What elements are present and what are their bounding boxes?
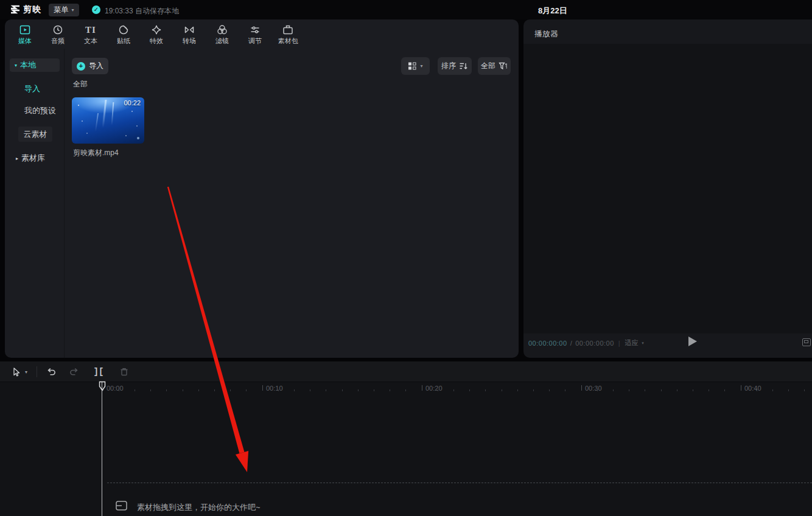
ruler-tick bbox=[358, 389, 359, 391]
tab-label: 媒体 bbox=[18, 38, 32, 44]
redo-button[interactable] bbox=[68, 366, 80, 378]
app-title: 剪映 bbox=[23, 4, 41, 15]
ruler-label: 00:10 bbox=[266, 385, 283, 392]
sidebar-label: 素材库 bbox=[21, 153, 45, 164]
asset-tabbar: 媒体 音频 TI 文本 贴纸 特效 bbox=[9, 19, 304, 49]
ruler-tick bbox=[198, 389, 199, 391]
import-label: 导入 bbox=[89, 61, 103, 71]
filter-label: 全部 bbox=[481, 61, 495, 71]
play-button[interactable] bbox=[688, 336, 697, 346]
ruler-tick bbox=[613, 389, 614, 391]
player-viewport bbox=[523, 44, 812, 333]
chevron-down-icon: ▾ bbox=[71, 7, 74, 13]
delete-button[interactable] bbox=[118, 366, 130, 378]
ruler-tick bbox=[278, 389, 279, 391]
ruler-tick bbox=[645, 389, 645, 391]
ruler-tick bbox=[230, 389, 231, 391]
split-button[interactable]: ][ bbox=[93, 366, 105, 378]
tab-label: 贴纸 bbox=[117, 38, 130, 44]
ruler-tick bbox=[661, 389, 662, 391]
tab-label: 特效 bbox=[150, 38, 163, 44]
fit-mode-dropdown[interactable]: 适应 bbox=[625, 338, 639, 347]
tab-effects[interactable]: 特效 bbox=[140, 19, 173, 49]
tab-label: 文本 bbox=[84, 38, 97, 44]
plus-icon: + bbox=[77, 62, 85, 71]
ruler-tick bbox=[374, 389, 374, 391]
ruler-tick bbox=[517, 389, 518, 391]
ruler-tick bbox=[326, 389, 326, 391]
capcut-window: 剪映 菜单 ▾ ✓ 19:03:33 自动保存本地 8月22日 媒体 音频 bbox=[0, 0, 812, 516]
total-time: 00:00:00:00 bbox=[575, 340, 614, 347]
player-panel: 播放器 00:00:00:00 / 00:00:00:00 | 适应 ▾ bbox=[523, 19, 812, 358]
adjust-icon bbox=[249, 24, 261, 36]
tab-sticker[interactable]: 贴纸 bbox=[107, 19, 140, 49]
sort-label: 排序 bbox=[441, 61, 456, 71]
ruler-tick bbox=[549, 389, 550, 391]
fullscreen-icon[interactable] bbox=[802, 338, 811, 346]
clip-duration: 00:22 bbox=[124, 99, 141, 106]
menu-button[interactable]: 菜单 ▾ bbox=[49, 4, 79, 16]
tab-text[interactable]: TI 文本 bbox=[74, 19, 107, 49]
tab-label: 滤镜 bbox=[215, 38, 229, 44]
media-strip-icon bbox=[116, 501, 127, 511]
media-panel: 媒体 音频 TI 文本 贴纸 特效 bbox=[5, 19, 519, 358]
sidebar-item-local[interactable]: ▾ 本地 bbox=[10, 58, 60, 72]
ruler-tick bbox=[565, 389, 565, 391]
sidebar-item-library[interactable]: ▸ 素材库 bbox=[16, 152, 45, 164]
audio-icon bbox=[52, 24, 64, 36]
text-icon: TI bbox=[85, 24, 96, 36]
tab-label: 素材包 bbox=[278, 38, 298, 44]
ruler-tick bbox=[772, 389, 773, 391]
ruler-tick bbox=[183, 389, 183, 391]
ruler-label: 00:30 bbox=[585, 385, 602, 392]
sidebar-item-import[interactable]: 导入 bbox=[24, 83, 40, 95]
sticker-icon bbox=[117, 24, 130, 36]
sidebar-label: 导入 bbox=[24, 83, 40, 94]
view-mode-button[interactable]: ▾ bbox=[401, 57, 430, 75]
titlebar: 剪映 菜单 ▾ ✓ 19:03:33 自动保存本地 8月22日 bbox=[0, 0, 812, 19]
tab-adjust[interactable]: 调节 bbox=[239, 19, 271, 49]
ruler-tick bbox=[453, 389, 454, 391]
sort-icon bbox=[459, 61, 468, 71]
tab-media[interactable]: 媒体 bbox=[9, 19, 41, 49]
sidebar-item-presets[interactable]: 我的预设 bbox=[24, 105, 56, 117]
undo-button[interactable] bbox=[45, 366, 57, 378]
ruler-tick bbox=[119, 389, 119, 391]
ruler-tick bbox=[629, 389, 629, 391]
tab-label: 音频 bbox=[51, 38, 65, 44]
playhead-handle[interactable] bbox=[99, 381, 106, 391]
sort-button[interactable]: 排序 bbox=[438, 57, 472, 75]
clip-filename: 剪映素材.mp4 bbox=[73, 148, 119, 158]
ruler-tick bbox=[246, 389, 247, 391]
import-button[interactable]: + 导入 bbox=[72, 58, 108, 74]
tab-package[interactable]: 素材包 bbox=[271, 19, 304, 49]
playhead-line bbox=[102, 382, 102, 516]
media-sidebar: ▾ 本地 导入 我的预设 云素材 ▸ 素材库 bbox=[5, 49, 65, 358]
thumbnail-art bbox=[78, 105, 79, 106]
tab-filter[interactable]: 滤镜 bbox=[206, 19, 239, 49]
ruler-tick bbox=[214, 389, 215, 391]
transition-icon bbox=[183, 24, 195, 36]
time-separator: / bbox=[570, 340, 573, 347]
cursor-icon bbox=[11, 367, 21, 377]
menu-label: 菜单 bbox=[54, 5, 68, 15]
tab-transition[interactable]: 转场 bbox=[173, 19, 206, 49]
sidebar-item-cloud[interactable]: 云素材 bbox=[18, 127, 52, 142]
ruler-tick bbox=[135, 389, 135, 391]
sidebar-label: 我的预设 bbox=[24, 105, 56, 116]
media-clip-thumbnail[interactable]: 00:22 bbox=[72, 97, 144, 144]
chevron-right-icon: ▸ bbox=[16, 156, 18, 161]
redo-icon bbox=[69, 366, 80, 377]
autosave-check-icon: ✓ bbox=[92, 5, 100, 14]
select-tool-button[interactable] bbox=[10, 366, 22, 378]
project-title: 8月22日 bbox=[538, 5, 567, 16]
timeline-ruler[interactable]: 00:00 00:10 00:20 00:30 00:40 bbox=[0, 382, 812, 396]
trash-icon bbox=[119, 366, 130, 377]
ruler-tick bbox=[390, 389, 390, 391]
timeline-toolbar: ▾ ][ bbox=[0, 361, 812, 382]
tab-label: 调节 bbox=[248, 38, 262, 44]
filter-all-button[interactable]: 全部 bbox=[478, 57, 511, 75]
tab-audio[interactable]: 音频 bbox=[41, 19, 74, 49]
autosave-status: 19:03:33 自动保存本地 bbox=[105, 6, 179, 16]
ruler-tick bbox=[533, 389, 534, 391]
